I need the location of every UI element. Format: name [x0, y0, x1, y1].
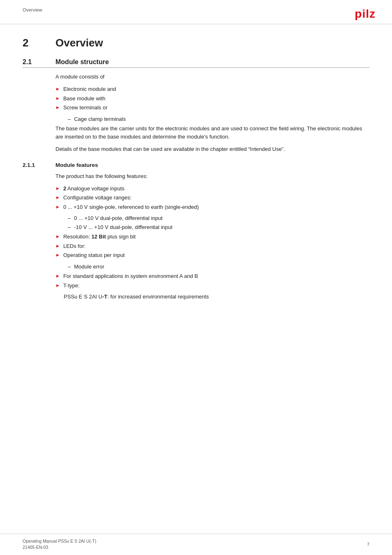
footer-page-number: 7: [367, 542, 369, 547]
section-2-1-dash-list: – Cage clamp terminals: [68, 115, 369, 123]
list-item-text: Base module with: [63, 95, 106, 103]
list-item-text: Resolution: 12 Bit plus sign bit: [63, 233, 136, 241]
bullet-arrow-icon: ►: [55, 185, 60, 192]
section-2-1-para1: The base modules are the carrier units f…: [55, 125, 369, 141]
voltage-dash-list: – 0 ... +10 V dual-pole, differential in…: [68, 214, 369, 231]
dash-icon: –: [68, 115, 71, 123]
pilz-logo: pilz: [355, 7, 376, 21]
ttype-bold: -T: [102, 294, 107, 300]
section-2-1-1-heading: 2.1.1 Module features: [23, 162, 369, 168]
list-item-text: 0 ... +10 V single-pole, referenced to e…: [63, 203, 199, 211]
footer-left: Operating Manual PSSu E S 2AI U(-T) 2140…: [23, 538, 96, 551]
list-item: ► Operating status per input: [55, 251, 369, 259]
footer: Operating Manual PSSu E S 2AI U(-T) 2140…: [0, 534, 392, 555]
bullet-arrow-icon: ►: [55, 282, 60, 289]
list-item: ► 2 Analogue voltage inputs: [55, 185, 369, 193]
dash-icon: –: [68, 223, 71, 231]
section-2-1: 2.1 Module structure A module consists o…: [23, 58, 369, 154]
list-item: ► Resolution: 12 Bit plus sign bit: [55, 233, 369, 241]
bullet-arrow-icon: ►: [55, 273, 60, 280]
bullet-arrow-icon: ►: [55, 194, 60, 201]
section-2-1-heading: 2.1 Module structure: [23, 58, 369, 68]
section-2-1-1-bullets-2: ► Resolution: 12 Bit plus sign bit ► LED…: [55, 233, 369, 259]
section-2-1-1-title: Module features: [55, 162, 98, 168]
section-2-1-1: 2.1.1 Module features The product has th…: [23, 162, 369, 301]
section-2-1-intro: A module consists of: [55, 73, 369, 81]
header: Overview pilz: [0, 0, 392, 24]
bullet-arrow-icon: ►: [55, 95, 60, 102]
section-2-1-1-bullets-3: ► For standard applications in system en…: [55, 272, 369, 289]
bullet-arrow-icon: ►: [55, 104, 60, 111]
list-item-text: Electronic module and: [63, 85, 116, 93]
ttype-text-before: PSSu E S 2AI U: [64, 294, 102, 300]
list-item-text: Screw terminals or: [63, 104, 108, 112]
breadcrumb: Overview: [23, 7, 42, 12]
list-item-text: -10 V ... +10 V dual-pole, differential …: [74, 223, 172, 231]
dash-icon: –: [68, 263, 71, 271]
chapter-number: 2: [23, 37, 55, 49]
section-2-1-para2: Details of the base modules that can be …: [55, 145, 369, 153]
bullet-arrow-icon: ►: [55, 243, 60, 250]
section-2-1-1-number: 2.1.1: [23, 162, 55, 168]
list-item: ► Electronic module and: [55, 85, 369, 93]
list-item: – Module error: [68, 263, 369, 271]
list-item: – -10 V ... +10 V dual-pole, differentia…: [68, 223, 369, 231]
main-content: 2 Overview 2.1 Module structure A module…: [0, 24, 392, 321]
ttype-text-after: : for increased environmental requiremen…: [107, 294, 209, 300]
footer-manual-title: Operating Manual PSSu E S 2AI U(-T): [23, 538, 96, 545]
chapter-title: Overview: [55, 37, 103, 49]
bullet-arrow-icon: ►: [55, 252, 60, 259]
chapter-heading: 2 Overview: [23, 37, 369, 49]
list-item-text: Configurable voltage ranges:: [63, 194, 131, 202]
list-item: ► LEDs for:: [55, 242, 369, 250]
list-item: ► T-type:: [55, 282, 369, 290]
ttype-description: PSSu E S 2AI U-T: for increased environm…: [64, 293, 369, 301]
list-item-text: LEDs for:: [63, 242, 85, 250]
list-item: ► For standard applications in system en…: [55, 272, 369, 280]
list-item: ► Base module with: [55, 95, 369, 103]
section-2-1-1-intro: The product has the following features:: [55, 172, 369, 180]
section-2-1-number: 2.1: [23, 58, 55, 66]
list-item-text: T-type:: [63, 282, 80, 290]
list-item: – Cage clamp terminals: [68, 115, 369, 123]
list-item-text: 0 ... +10 V dual-pole, differential inpu…: [74, 214, 163, 222]
bullet-arrow-icon: ►: [55, 233, 60, 240]
list-item: – 0 ... +10 V dual-pole, differential in…: [68, 214, 369, 222]
bullet-arrow-icon: ►: [55, 86, 60, 92]
dash-icon: –: [68, 214, 71, 222]
bullet-arrow-icon: ►: [55, 204, 60, 210]
section-2-1-1-bullets: ► 2 Analogue voltage inputs ► Configurab…: [55, 185, 369, 211]
list-item: ► Screw terminals or: [55, 104, 369, 112]
page-container: Overview pilz 2 Overview 2.1 Module stru…: [0, 0, 392, 555]
footer-doc-number: 21405-EN-03: [23, 544, 96, 551]
logo-area: pilz: [355, 7, 376, 21]
list-item-text: For standard applications in system envi…: [63, 272, 198, 280]
list-item-text: 2 Analogue voltage inputs: [63, 185, 125, 193]
list-item-text: Operating status per input: [63, 251, 125, 259]
list-item-text: Cage clamp terminals: [74, 115, 126, 123]
section-2-1-bullets: ► Electronic module and ► Base module wi…: [55, 85, 369, 112]
error-dash-list: – Module error: [68, 263, 369, 271]
list-item: ► 0 ... +10 V single-pole, referenced to…: [55, 203, 369, 211]
section-2-1-title: Module structure: [55, 58, 109, 66]
list-item-text: Module error: [74, 263, 104, 271]
list-item: ► Configurable voltage ranges:: [55, 194, 369, 202]
